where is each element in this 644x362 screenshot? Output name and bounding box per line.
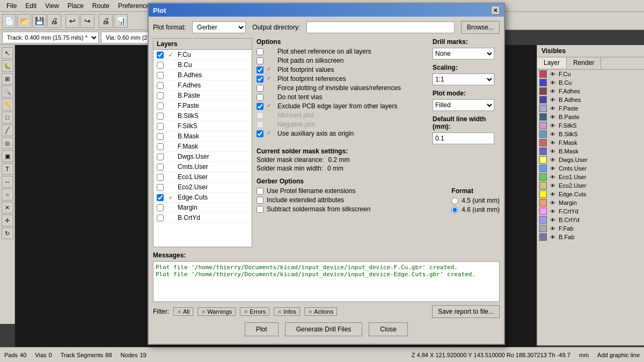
layer-checkbox[interactable] — [157, 204, 164, 211]
menu-place[interactable]: Place — [63, 1, 88, 11]
track-select[interactable]: Track: 0.400 mm (15.75 mils) * — [2, 32, 99, 43]
layer-checkbox[interactable] — [157, 164, 164, 171]
tab-layer[interactable]: Layer — [537, 57, 567, 69]
layer-checkbox[interactable] — [157, 62, 164, 69]
visibles-layer-item[interactable]: 👁F.CrtYd — [537, 207, 644, 216]
layer-checkbox[interactable] — [157, 123, 164, 130]
layer-checkbox[interactable] — [157, 143, 164, 150]
close-dialog-button[interactable]: Close — [369, 322, 408, 336]
pad-tool[interactable]: □ — [2, 112, 13, 123]
option-checkbox[interactable] — [257, 48, 264, 55]
option-checkbox[interactable] — [257, 103, 264, 110]
grid-tool[interactable]: ⊞ — [2, 73, 13, 85]
plot-mode-select[interactable]: Filled — [433, 99, 494, 111]
via-tool[interactable]: ◎ — [2, 137, 13, 149]
menu-route[interactable]: Route — [88, 1, 114, 11]
tab-render[interactable]: Render — [567, 57, 601, 69]
format-select[interactable]: Gerber — [192, 21, 246, 33]
visibles-layer-item[interactable]: 👁F.Adhes — [537, 87, 644, 95]
zoom-tool[interactable]: 🔍 — [2, 86, 13, 98]
layer-checkbox[interactable] — [157, 102, 164, 109]
rotate-tool[interactable]: ↻ — [2, 227, 13, 239]
delete-tool[interactable]: ✕ — [2, 202, 13, 213]
layer-checkbox[interactable] — [157, 72, 164, 79]
visibles-layer-item[interactable]: 👁F.Fab — [537, 224, 644, 233]
layer-checkbox[interactable] — [157, 184, 164, 191]
visibles-layer-item[interactable]: 👁F.SilkS — [537, 121, 644, 130]
visibles-layer-item[interactable]: 👁Eco2.User — [537, 181, 644, 190]
print-button[interactable]: 🖨 — [47, 14, 61, 28]
dimension-tool[interactable]: ↔ — [2, 176, 13, 188]
option-checkbox[interactable] — [257, 112, 264, 119]
plot-action-button[interactable]: Plot — [245, 322, 279, 336]
save-button[interactable]: 💾 — [32, 14, 46, 28]
dir-input[interactable] — [306, 21, 455, 33]
visibles-layer-item[interactable]: 👁Margin — [537, 198, 644, 207]
gerber-option-checkbox[interactable] — [257, 206, 264, 213]
layer-checkbox[interactable] — [157, 153, 164, 160]
option-checkbox[interactable] — [257, 121, 264, 128]
option-checkbox[interactable] — [257, 85, 264, 92]
option-checkbox[interactable] — [257, 57, 264, 64]
text-tool[interactable]: T — [2, 163, 13, 175]
layer-checkbox[interactable] — [157, 92, 164, 99]
plot-button[interactable]: 📊 — [114, 14, 128, 28]
layer-checkbox[interactable] — [157, 215, 164, 221]
visibles-layer-item[interactable]: 👁F.Paste — [537, 104, 644, 113]
redo-button[interactable]: ↪ — [80, 14, 94, 28]
drill-marks-select[interactable]: None — [433, 48, 494, 60]
visibles-layer-item[interactable]: 👁F.Cu — [537, 70, 644, 78]
menu-edit[interactable]: Edit — [21, 1, 41, 11]
circle-tool[interactable]: ○ — [2, 189, 13, 201]
visibles-layer-item[interactable]: 👁Eco1.User — [537, 173, 644, 181]
visibles-layer-item[interactable]: 👁Cmts.User — [537, 164, 644, 173]
generate-drill-button[interactable]: Generate Drill Files — [285, 322, 363, 336]
gerber-option-checkbox[interactable] — [257, 197, 264, 204]
format-radio-46-input[interactable] — [451, 206, 458, 213]
visibles-layer-item[interactable]: 👁B.Adhes — [537, 95, 644, 104]
move-tool[interactable]: ✛ — [2, 215, 13, 226]
filter-errors[interactable]: ✕ Errors — [240, 307, 269, 316]
option-checkbox[interactable] — [257, 76, 264, 83]
layer-checkbox[interactable] — [157, 174, 164, 181]
open-button[interactable]: 📂 — [17, 14, 31, 28]
visibles-layer-item[interactable]: 👁B.Fab — [537, 233, 644, 241]
copper-tool[interactable]: ▣ — [2, 150, 13, 162]
format-radio-45-input[interactable] — [451, 197, 458, 204]
print2-button[interactable]: 🖨 — [99, 14, 113, 28]
option-checkbox[interactable] — [257, 130, 264, 137]
measure-tool[interactable]: 📏 — [2, 99, 13, 110]
visibles-layer-item[interactable]: 👁Edge.Cuts — [537, 190, 644, 198]
save-report-button[interactable]: Save report to file... — [432, 305, 500, 318]
dialog-close-button[interactable]: ✕ — [491, 6, 500, 14]
visibles-layer-item[interactable]: 👁B.Cu — [537, 78, 644, 87]
cursor-tool[interactable]: ↖ — [2, 47, 13, 59]
visibles-layer-item[interactable]: 👁B.Paste — [537, 113, 644, 121]
layer-checkbox[interactable] — [157, 82, 164, 89]
layer-checkbox[interactable] — [157, 113, 164, 120]
menu-file[interactable]: File — [2, 1, 21, 11]
layer-checkbox[interactable] — [157, 194, 164, 201]
filter-warnings[interactable]: ✕ Warnings — [197, 307, 236, 316]
scaling-select[interactable]: 1:1 — [433, 73, 494, 85]
visibles-layer-item[interactable]: 👁F.Mask — [537, 138, 644, 147]
line-width-input[interactable] — [433, 132, 494, 144]
undo-button[interactable]: ↩ — [65, 14, 79, 28]
gerber-option-checkbox[interactable] — [257, 188, 264, 195]
visibles-layer-item[interactable]: 👁B.SilkS — [537, 130, 644, 138]
layer-checkbox[interactable] — [157, 133, 164, 140]
bug-tool[interactable]: 🐛 — [2, 60, 13, 72]
layer-checkbox[interactable] — [157, 51, 164, 58]
filter-infos[interactable]: ✕ Infos — [274, 307, 300, 316]
filter-all[interactable]: ✕ All — [173, 307, 193, 316]
option-checkbox[interactable] — [257, 94, 264, 101]
menu-view[interactable]: View — [41, 1, 63, 11]
new-button[interactable]: 📄 — [2, 14, 16, 28]
browse-button[interactable]: Browse... — [461, 21, 500, 34]
track-tool[interactable]: ╱ — [2, 124, 13, 136]
option-checkbox[interactable] — [257, 67, 264, 73]
visibles-layer-item[interactable]: 👁Dwgs.User — [537, 156, 644, 164]
visibles-layer-item[interactable]: 👁B.Mask — [537, 147, 644, 156]
filter-actions[interactable]: ✕ Actions — [304, 307, 337, 316]
visibles-layer-item[interactable]: 👁B.CrtYd — [537, 216, 644, 224]
